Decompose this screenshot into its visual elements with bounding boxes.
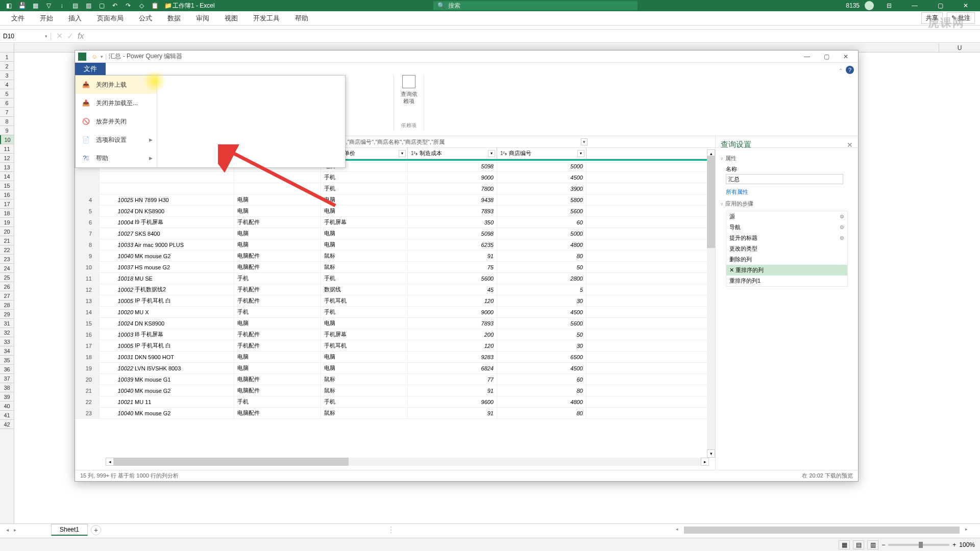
pivot-icon[interactable]: ▥ [84, 1, 93, 10]
applied-step[interactable]: 重排序的列1 [726, 276, 847, 286]
row-header-31[interactable]: 31 [0, 319, 14, 328]
row-header-39[interactable]: 39 [0, 392, 14, 402]
row-header-14[interactable]: 14 [0, 172, 14, 181]
sheet-nav-first-icon[interactable]: ◂ [5, 526, 10, 534]
sheet-horizontal-scrollbar[interactable]: ◂ ▸ [684, 527, 960, 534]
select-all-corner[interactable] [0, 43, 14, 53]
applied-step[interactable]: ✕ 重排序的列 [726, 265, 847, 276]
new-sheet-button[interactable]: + [91, 525, 101, 535]
comments-button[interactable]: ✎ 批注 [947, 12, 975, 24]
tab-view[interactable]: 视图 [217, 12, 245, 25]
row-header-6[interactable]: 6 [0, 98, 14, 108]
applied-step[interactable]: 源⚙ [726, 211, 847, 222]
page-break-view-icon[interactable]: ▥ [867, 540, 878, 549]
minimize-icon[interactable]: — [904, 0, 925, 11]
autosave-icon[interactable]: ◧ [4, 1, 13, 10]
table-row[interactable]: 2210021 MU 11手机手机96004800 [75, 396, 715, 408]
col-store-id[interactable]: 1²₃商店编号▾ [497, 148, 586, 159]
table-row[interactable]: 510024 DN KS8900电脑电脑78935600 [75, 206, 715, 217]
zoom-slider[interactable] [888, 544, 949, 546]
scroll-right-icon[interactable]: ▸ [701, 458, 709, 466]
pq-help-icon[interactable]: ? [846, 66, 854, 74]
menu-help[interactable]: ?⃝ 帮助 ▶ [76, 149, 157, 167]
table-row[interactable]: 1310005 IP 手机耳机 白手机配件手机耳机12030 [75, 295, 715, 307]
settings-close-icon[interactable]: ✕ [847, 141, 853, 149]
row-header-38[interactable]: 38 [0, 383, 14, 392]
sheet-nav-last-icon[interactable]: ▸ [13, 526, 17, 534]
pq-close-icon[interactable]: ✕ [837, 52, 855, 62]
tab-pagelayout[interactable]: 页面布局 [90, 12, 131, 25]
row-header-40[interactable]: 40 [0, 402, 14, 411]
scroll-left-icon[interactable]: ◂ [106, 458, 114, 466]
row-header-29[interactable]: 29 [0, 310, 14, 319]
row-header-42[interactable]: 42 [0, 420, 14, 429]
row-header-3[interactable]: 3 [0, 71, 14, 80]
eraser-icon[interactable]: ◇ [137, 1, 146, 10]
table-row[interactable]: 手机78003900 [75, 183, 715, 194]
row-header-27[interactable]: 27 [0, 291, 14, 300]
scroll-down-icon[interactable]: ▾ [707, 449, 715, 458]
applied-step[interactable]: 删除的列 [726, 254, 847, 265]
name-box[interactable]: D10▾ [0, 33, 51, 40]
share-button[interactable]: 共享 [921, 12, 943, 24]
qat-dropdown-icon[interactable]: ▾ [101, 54, 103, 59]
row-header-10[interactable]: 10 [0, 135, 14, 144]
tab-help[interactable]: 帮助 [288, 12, 315, 25]
chart-icon[interactable]: ▤ [70, 1, 80, 10]
step-gear-icon[interactable]: ⚙ [840, 235, 844, 241]
pq-dependency-group[interactable]: 查询依 赖项 依赖项 [394, 75, 424, 131]
applied-step[interactable]: 更改的类型 [726, 243, 847, 254]
row-header-32[interactable]: 32 [0, 328, 14, 337]
scroll-thumb[interactable] [684, 527, 960, 534]
col-dropdown-icon[interactable]: ▾ [399, 150, 406, 157]
applied-steps-header[interactable]: 应用的步骤 [721, 200, 853, 208]
row-header-18[interactable]: 18 [0, 209, 14, 218]
table-row[interactable]: 手机90004500 [75, 172, 715, 183]
row-header-1[interactable]: 1 [0, 53, 14, 62]
fx-icon[interactable]: fx [78, 32, 84, 41]
close-icon[interactable]: ✕ [955, 0, 976, 11]
table-row[interactable]: 1510024 DN KS8900电脑电脑78935600 [75, 318, 715, 329]
pq-vertical-scrollbar[interactable]: ▴ ▾ [707, 149, 715, 458]
row-header-7[interactable]: 7 [0, 108, 14, 117]
table-row[interactable]: 410025 HN 7899 H30电脑电脑94385800 [75, 194, 715, 206]
redo-icon[interactable]: ↷ [124, 1, 133, 10]
table-row[interactable]: 2310040 MK mouse G2电脑配件鼠标9180 [75, 408, 715, 419]
table-row[interactable]: 1810031 DKN 5900 HOT电脑电脑92836500 [75, 352, 715, 363]
table-icon[interactable]: ▦ [31, 1, 40, 10]
menu-options-and-settings[interactable]: 📄 选项和设置 ▶ [76, 131, 157, 149]
row-header-13[interactable]: 13 [0, 163, 14, 172]
borders-icon[interactable]: ▢ [97, 1, 106, 10]
zoom-level[interactable]: 100% [959, 541, 975, 548]
pq-maximize-icon[interactable]: ▢ [817, 52, 836, 62]
save-icon[interactable]: 💾 [17, 1, 27, 10]
all-properties-link[interactable]: 所有属性 [726, 188, 853, 196]
row-header-24[interactable]: 24 [0, 264, 14, 273]
tab-insert[interactable]: 插入 [61, 12, 89, 25]
tab-formulas[interactable]: 公式 [132, 12, 159, 25]
row-header-16[interactable]: 16 [0, 190, 14, 199]
row-header-34[interactable]: 34 [0, 346, 14, 356]
step-gear-icon[interactable]: ⚙ [840, 214, 844, 219]
row-header-21[interactable]: 21 [0, 236, 14, 245]
col-dropdown-icon[interactable]: ▾ [577, 150, 584, 157]
undo-icon[interactable]: ↶ [110, 1, 119, 10]
row-header-2[interactable]: 2 [0, 62, 14, 71]
row-header-15[interactable]: 15 [0, 181, 14, 190]
row-header-41[interactable]: 41 [0, 411, 14, 420]
sheet-tab-1[interactable]: Sheet1 [51, 524, 88, 536]
col-dropdown-icon[interactable]: ▾ [488, 150, 495, 157]
pq-horizontal-scrollbar[interactable]: ◂ ▸ [106, 458, 709, 466]
step-gear-icon[interactable]: ⚙ [840, 224, 844, 230]
tab-review[interactable]: 审阅 [189, 12, 216, 25]
account-icon[interactable] [865, 1, 874, 10]
pq-file-tab[interactable]: 文件 [75, 63, 106, 75]
row-header-33[interactable]: 33 [0, 337, 14, 346]
table-row[interactable]: 910040 MK mouse G2电脑配件鼠标9180 [75, 251, 715, 262]
table-row[interactable]: 1610003 I8 手机屏幕手机配件手机屏幕20050 [75, 329, 715, 340]
zoom-in-icon[interactable]: + [952, 541, 956, 548]
row-header-8[interactable]: 8 [0, 117, 14, 126]
row-header-4[interactable]: 4 [0, 80, 14, 89]
zoom-out-icon[interactable]: − [881, 541, 885, 548]
row-header-35[interactable]: 35 [0, 356, 14, 365]
